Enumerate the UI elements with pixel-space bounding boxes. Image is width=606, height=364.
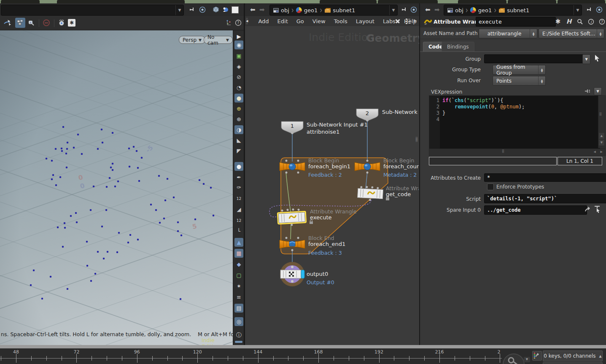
menu-edit[interactable]: Edit [273, 18, 292, 24]
tab-bindings[interactable]: Bindings [442, 42, 474, 51]
search-icon[interactable] [576, 17, 584, 26]
nav-forward-icon[interactable]: ➡ [434, 6, 440, 13]
channels-scope-button[interactable]: 0 keys, 0/0 channels ▲ [543, 351, 603, 361]
viewport-path-field[interactable]: ▼ [1, 5, 184, 16]
scroll-right-button[interactable]: ▶ [601, 150, 603, 154]
network-crumb-obj[interactable]: obj [273, 7, 289, 13]
group-type-dropdown[interactable]: Guess from Group▲▼ [493, 65, 546, 75]
display-lights-icon[interactable]: ● [234, 94, 243, 102]
radial-menu-icon[interactable] [594, 5, 604, 15]
pane-tab[interactable] [508, 0, 556, 3]
menu-tools[interactable]: Tools [330, 18, 352, 24]
pane-layout-icon[interactable] [224, 18, 234, 28]
3d-viewport[interactable]: 00-55 Persp▼ No cam▼ ns. Spacebar-Ctrl-L… [0, 30, 233, 345]
group-dropdown-button[interactable]: ▼ [582, 54, 590, 64]
snapshot-pin-icon[interactable]: ◎ [234, 317, 243, 326]
sculpt-brush-icon[interactable]: ✒ [234, 173, 243, 182]
network-crumb-geo1[interactable]: geo1 [296, 7, 318, 13]
node-name-field[interactable]: execute [476, 17, 556, 27]
menu-add[interactable]: Add [254, 18, 273, 24]
vex-menu-button[interactable]: ▼ [594, 87, 602, 95]
prim-numbers-icon[interactable]: 12 [234, 216, 243, 225]
headlight-only-icon[interactable]: ⊘ [234, 73, 243, 81]
lock-camera-icon[interactable]: ◈ [234, 62, 243, 71]
set-key-button[interactable] [503, 353, 525, 364]
pin-pane-icon[interactable] [187, 5, 197, 15]
pane-tab[interactable] [558, 0, 605, 3]
add-light-icon[interactable]: ⊕ [234, 104, 243, 113]
nav-forward-icon[interactable]: ➡ [259, 6, 265, 13]
jump-to-node-icon[interactable] [584, 206, 592, 213]
network-canvas[interactable]: Indie Edition Geometry [245, 26, 419, 345]
view-tool-icon[interactable] [3, 18, 13, 28]
editor-vscrollbar[interactable]: ⣿ ▲ ▼ [598, 96, 605, 148]
pane-resize-grip[interactable]: ⣿⣿ [415, 138, 418, 141]
enforce-prototypes-checkbox[interactable] [487, 183, 494, 190]
pane-divider[interactable] [244, 3, 245, 345]
nav-back-icon[interactable]: ⬅ [425, 6, 431, 13]
scroll-down-button[interactable]: ▼ [599, 140, 604, 146]
radial-menu-icon[interactable] [197, 5, 207, 15]
gear-menu-icon[interactable]: ✱ [554, 17, 562, 26]
node-subnetwork-input-1[interactable]: 1 [281, 121, 303, 134]
menu-go[interactable]: Go [292, 18, 308, 24]
pane-tab[interactable] [320, 0, 377, 3]
color-swatch-icon[interactable] [230, 5, 240, 15]
hscroll-grip[interactable]: ⣿ [502, 151, 505, 152]
vex-code-editor[interactable]: if(`chs("script")`){ removepoint(0, @ptn… [440, 96, 600, 150]
pick-node-icon[interactable] [594, 205, 601, 213]
hull-display-icon[interactable]: └ [234, 227, 243, 236]
scroll-left-button[interactable]: ◀ [594, 150, 596, 154]
pin-pane-icon[interactable] [399, 5, 409, 15]
shade-curves-icon[interactable]: ▲ [234, 238, 243, 247]
pane-tab[interactable] [57, 0, 185, 3]
node-subnetwork-input-2[interactable]: 2 [356, 109, 378, 121]
network-breadcrumb[interactable]: obj›geo1›subnet1 ▼ [269, 5, 398, 16]
scroll-up-button[interactable]: ▲ [599, 133, 604, 139]
pin-pane-icon[interactable] [584, 5, 595, 15]
display-points-icon[interactable]: ● [234, 162, 243, 171]
params-crumb-obj[interactable]: obj [447, 7, 463, 13]
origin-axis-icon[interactable]: ✶ [234, 282, 243, 291]
playbar-timeline[interactable]: 4872961201441681922162 ▼ 0 keys, 0/0 cha… [0, 348, 606, 364]
view-cube-icon[interactable] [211, 5, 221, 15]
snap-disabled-icon[interactable] [41, 18, 51, 28]
script-field[interactable]: `details(-1, "script")` [484, 194, 606, 203]
camera-select-pill[interactable]: No cam▼ [204, 36, 233, 44]
select-visible-geometry-icon[interactable]: ▣ [234, 51, 243, 60]
menu-layout[interactable]: Layout [352, 18, 379, 24]
display-flag[interactable] [301, 270, 304, 278]
select-objects-icon[interactable] [15, 18, 25, 28]
light-bank-icon[interactable]: ⊕ [234, 115, 243, 124]
help-icon[interactable]: ? [233, 18, 243, 28]
asset-path-dropdown[interactable]: E:/Side Effects Soft…▲▼ [539, 29, 604, 38]
nav-back-icon[interactable]: ⬅ [250, 6, 256, 13]
node-output0[interactable] [280, 262, 304, 286]
display-materials-icon[interactable]: ◑ [234, 125, 243, 134]
viewport-info-icon[interactable]: ⓘ [234, 331, 243, 340]
attributes-to-create-field[interactable]: * [484, 173, 606, 182]
run-over-dropdown[interactable]: Points▲▼ [493, 76, 546, 86]
pane-divider[interactable] [419, 3, 420, 345]
group-select-arrow-icon[interactable] [594, 54, 601, 62]
visibility-eye-icon[interactable]: ◉ [234, 40, 243, 49]
character-pick-icon[interactable] [220, 5, 230, 15]
auto-key-scope-icon[interactable] [532, 351, 542, 361]
wrangle-node-icon[interactable] [423, 18, 432, 26]
key-options-dropdown-icon[interactable]: ▼ [524, 357, 530, 362]
display-options-icon[interactable]: ✱ [67, 18, 77, 28]
params-breadcrumb[interactable]: obj›geo1›subnet1 ▼ [444, 5, 582, 16]
menubar-overflow-icon[interactable]: ▶ [414, 18, 417, 23]
spare-input-0-field[interactable]: ../get_code [484, 205, 587, 215]
node-list-icon[interactable] [403, 16, 413, 26]
scroll-right-icon[interactable]: ▶ [234, 32, 243, 41]
path-dropdown-icon[interactable]: ▼ [175, 5, 183, 15]
high-quality-light-icon[interactable]: ◔ [234, 83, 243, 92]
menu-view[interactable]: View [308, 18, 330, 24]
point-numbers-icon[interactable]: 12 [234, 194, 243, 203]
display-groups-icon[interactable]: ◆ [234, 260, 243, 269]
editor-hscrollbar[interactable]: ⣿ ◀ ▶ [429, 148, 605, 155]
params-crumb-geo1[interactable]: geo1 [470, 7, 492, 13]
menubar-scroll-icon[interactable]: ◀ [246, 18, 248, 24]
select-zoom-icon[interactable]: + [26, 18, 36, 28]
